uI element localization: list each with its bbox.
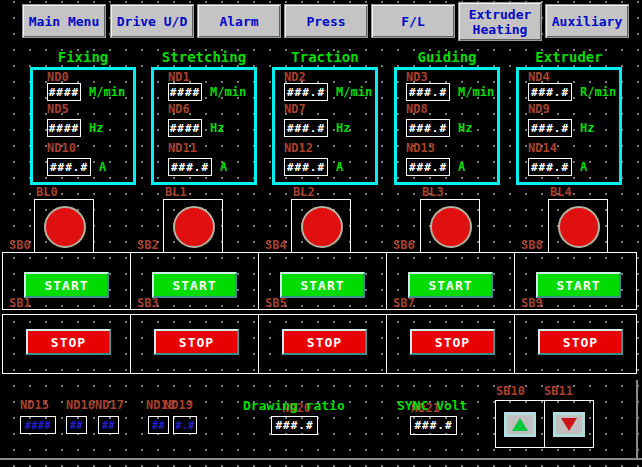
sync-volt-display: ###.# <box>410 416 457 435</box>
decrease-button[interactable] <box>553 412 585 437</box>
panel-fixing: ND0 ####M/min ND5 ####Hz ND10 ###.#A <box>30 67 136 185</box>
run-lamp-icon <box>44 206 86 248</box>
nd-tag: ND19 <box>164 399 193 411</box>
numeric-display: ###.# <box>528 158 572 176</box>
hmi-screen: Main Menu Drive U/D Alarm Press F/L Extr… <box>0 0 642 467</box>
unit-label: A <box>220 160 227 174</box>
window-edge-right <box>636 380 638 458</box>
unit-label: M/min <box>89 85 125 99</box>
run-lamp-icon <box>430 206 472 248</box>
nd-tag: ND1 <box>168 71 190 83</box>
unit-label: M/min <box>458 85 494 99</box>
menu-button-drive-ud[interactable]: Drive U/D <box>110 4 194 38</box>
section-title-guiding: Guiding <box>384 49 510 65</box>
stop-button-extruder[interactable]: STOP <box>538 329 623 355</box>
down-triangle-icon <box>561 418 577 431</box>
unit-label: A <box>336 160 343 174</box>
unit-label: Hz <box>580 121 594 135</box>
panel-guiding: ND3 ###.#M/min ND8 ###.#Hz ND13 ###.#A <box>394 67 500 185</box>
lamp-box-extruder <box>548 199 608 253</box>
numeric-display: ###.# <box>528 83 572 101</box>
start-button-guiding[interactable]: START <box>408 272 493 298</box>
sync-volt-label: SYNC Volt <box>397 398 467 413</box>
numeric-display: #### <box>168 83 202 101</box>
numeric-display: ## <box>148 416 169 434</box>
unit-label: M/min <box>336 85 372 99</box>
lamp-box-guiding <box>420 199 480 253</box>
drawing-ratio-display: ###.# <box>271 416 318 435</box>
menu-button-alarm[interactable]: Alarm <box>197 4 281 38</box>
run-lamp-icon <box>173 206 215 248</box>
menu-button-press[interactable]: Press <box>284 4 368 38</box>
lamp-tag: BL4 <box>550 186 572 198</box>
unit-label: Hz <box>458 121 472 135</box>
numeric-display: ###.# <box>406 158 450 176</box>
lamp-box-fixing <box>34 199 94 253</box>
panel-stretching: ND1 ####M/min ND6 ####Hz ND11 ###.#A <box>151 67 257 185</box>
up-button-tag: SB10 <box>496 385 525 397</box>
unit-label: Hz <box>336 121 350 135</box>
stop-button-guiding[interactable]: STOP <box>410 329 495 355</box>
start-button-tag: SB4 <box>265 239 287 251</box>
nd-tag: ND10 <box>47 142 76 154</box>
stop-button-tag: SB7 <box>393 297 415 309</box>
start-button-tag: SB6 <box>393 239 415 251</box>
increase-button[interactable] <box>504 412 536 437</box>
numeric-display: ###.# <box>406 83 450 101</box>
menu-button-main-menu[interactable]: Main Menu <box>22 4 106 38</box>
numeric-display: #.# <box>173 416 197 434</box>
panel-traction: ND2 ###.#M/min ND7 ###.#Hz ND12 ###.#A <box>272 67 378 185</box>
nd-tag: ND3 <box>406 71 428 83</box>
numeric-display: ###.# <box>284 158 328 176</box>
start-button-traction[interactable]: START <box>280 272 365 298</box>
lamp-box-traction <box>291 199 351 253</box>
menu-button-auxiliary[interactable]: Auxiliary <box>545 4 629 38</box>
lamp-tag: BL0 <box>36 186 58 198</box>
unit-label: Hz <box>89 121 103 135</box>
start-button-fixing[interactable]: START <box>24 272 109 298</box>
nd-tag: ND6 <box>168 103 190 115</box>
numeric-display: #### <box>47 119 81 137</box>
menu-button-extruder-heating[interactable]: Extruder Heating <box>458 2 542 41</box>
nd-tag: ND2 <box>284 71 306 83</box>
numeric-display: ## <box>98 416 119 434</box>
unit-label: A <box>458 160 465 174</box>
stop-button-traction[interactable]: STOP <box>282 329 367 355</box>
start-button-extruder[interactable]: START <box>536 272 621 298</box>
stop-button-fixing[interactable]: STOP <box>26 329 111 355</box>
section-title-stretching: Stretching <box>141 49 267 65</box>
nd-tag: ND0 <box>47 71 69 83</box>
numeric-display: #### <box>20 416 56 434</box>
lamp-box-stretching <box>163 199 223 253</box>
nd-tag: ND5 <box>47 103 69 115</box>
nd-tag: ND7 <box>284 103 306 115</box>
section-title-fixing: Fixing <box>20 49 146 65</box>
stop-button-tag: SB3 <box>137 297 159 309</box>
nd-tag: ND13 <box>406 142 435 154</box>
nd-tag: ND11 <box>168 142 197 154</box>
unit-label: Hz <box>210 121 224 135</box>
unit-label: A <box>99 160 106 174</box>
nd-tag: ND8 <box>406 103 428 115</box>
start-button-tag: SB8 <box>521 239 543 251</box>
up-button-cell <box>495 400 545 448</box>
unit-label: A <box>580 160 587 174</box>
stop-button-stretching[interactable]: STOP <box>154 329 239 355</box>
nd-tag: ND4 <box>528 71 550 83</box>
lamp-tag: BL1 <box>165 186 187 198</box>
numeric-display: ## <box>66 416 87 434</box>
nd-tag: ND9 <box>528 103 550 115</box>
menu-button-fl[interactable]: F/L <box>371 4 455 38</box>
unit-label: R/min <box>580 85 616 99</box>
numeric-display: ###.# <box>168 158 212 176</box>
down-button-tag: SB11 <box>544 385 573 397</box>
section-title-traction: Traction <box>262 49 388 65</box>
down-button-cell <box>544 400 594 448</box>
nd-tag: ND15 <box>20 399 49 411</box>
start-button-tag: SB2 <box>137 239 159 251</box>
numeric-display: ###.# <box>406 119 450 137</box>
lamp-tag: BL3 <box>422 186 444 198</box>
lamp-tag: BL2 <box>293 186 315 198</box>
numeric-display: ###.# <box>284 83 328 101</box>
start-button-stretching[interactable]: START <box>152 272 237 298</box>
